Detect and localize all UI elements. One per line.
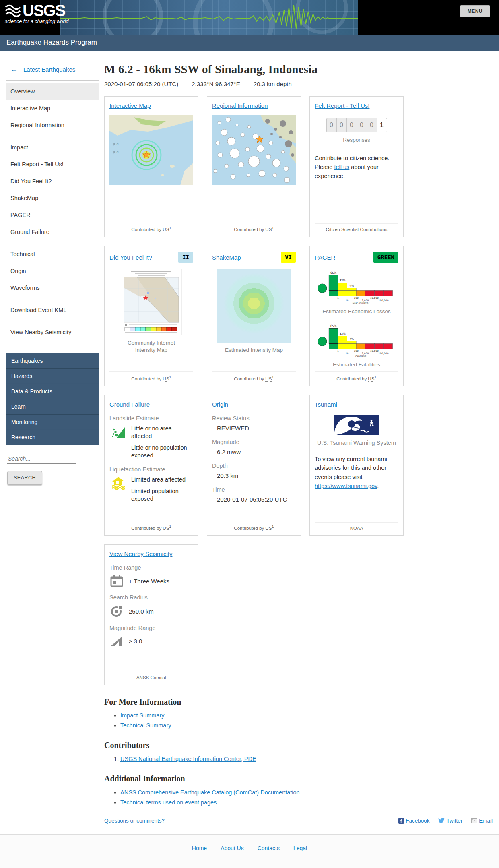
svg-text:100,000: 100,000 — [378, 352, 388, 355]
svg-text:10,000: 10,000 — [370, 296, 379, 299]
responses-label: Responses — [315, 136, 398, 144]
dyfi-link[interactable]: Did You Feel It? — [109, 254, 152, 261]
contributor-link[interactable]: US — [163, 376, 169, 382]
footer-about-link[interactable]: About Us — [221, 845, 244, 851]
back-to-latest-earthquakes[interactable]: ← Latest Earthquakes — [6, 63, 99, 80]
search-input[interactable] — [7, 454, 76, 464]
time-value: 2020-01-07 06:05:20 UTC — [212, 496, 296, 503]
sidebar-item-impact[interactable]: Impact — [6, 139, 99, 156]
program-title: Earthquake Hazards Program — [6, 39, 97, 47]
email-link[interactable]: Email — [471, 818, 493, 824]
sidebar-item-interactive-map[interactable]: Interactive Map — [6, 100, 99, 117]
svg-text:4%: 4% — [349, 284, 354, 287]
contributed-text: Contributed by — [336, 376, 367, 381]
regional-information-link[interactable]: Regional Information — [212, 102, 268, 109]
sitenav-monitoring[interactable]: Monitoring — [6, 414, 99, 430]
usgs-logo[interactable]: USGS science for a changing world — [5, 3, 68, 24]
svg-text:10: 10 — [346, 299, 349, 302]
sidebar-item-origin[interactable]: Origin — [6, 262, 99, 279]
interactive-map-link[interactable]: Interactive Map — [109, 102, 151, 109]
contributed-text: Contributed by — [131, 227, 161, 232]
seismograph-banner — [60, 0, 358, 35]
card-footer: Contributed by US1 — [109, 371, 193, 383]
sitenav-learn[interactable]: Learn — [6, 399, 99, 414]
footer-home-link[interactable]: Home — [192, 845, 207, 851]
pager-link[interactable]: PAGER — [315, 254, 335, 261]
technical-terms-link[interactable]: Technical terms used on event pages — [120, 799, 217, 806]
contributor-link[interactable]: US — [265, 227, 272, 232]
magnitude-label: Magnitude — [212, 439, 296, 445]
view-nearby-seismicity-link[interactable]: View Nearby Seismicity — [109, 550, 172, 557]
menu-button[interactable]: MENU — [460, 5, 490, 17]
sitenav-research[interactable]: Research — [6, 430, 99, 445]
sidebar-item-waveforms[interactable]: Waveforms — [6, 279, 99, 296]
sidebar-item-download-event-kml[interactable]: Download Event KML — [6, 302, 99, 318]
noaa-label: NOAA — [350, 526, 363, 531]
time-range-label: Time Range — [109, 564, 193, 571]
contributor-link[interactable]: US — [163, 526, 169, 531]
tsunami-body: To view any current tsunami advisories f… — [315, 455, 398, 491]
svg-text:Fatalities: Fatalities — [355, 355, 367, 358]
list-item: Technical terms used on event pages — [120, 799, 493, 806]
contributor-footnote: 1 — [169, 524, 171, 529]
time-label: Time — [212, 486, 296, 493]
contributed-text: Contributed by — [131, 376, 161, 381]
questions-comments-link[interactable]: Questions or comments? — [104, 818, 165, 824]
origin-link[interactable]: Origin — [212, 401, 228, 408]
responses-counter: 0 0 0 0 0 1 — [315, 118, 398, 132]
regional-map-thumbnail[interactable] — [212, 115, 296, 185]
facebook-link[interactable]: Facebook — [398, 818, 429, 824]
ground-failure-link[interactable]: Ground Failure — [109, 401, 150, 408]
search-button[interactable]: SEARCH — [7, 471, 42, 485]
footer-legal-link[interactable]: Legal — [293, 845, 307, 851]
dyfi-map-thumbnail[interactable] — [121, 269, 182, 335]
contributors-list: USGS National Earthquake Information Cen… — [120, 756, 493, 762]
card-footer: Contributed by US1 — [212, 521, 296, 532]
back-link-label: Latest Earthquakes — [23, 66, 75, 73]
svg-text:a n: a n — [113, 150, 118, 154]
sidebar-item-pager[interactable]: PAGER — [6, 207, 99, 223]
neic-pde-link[interactable]: USGS National Earthquake Information Cen… — [120, 756, 256, 762]
contributor-link[interactable]: US — [163, 227, 169, 232]
svg-text:32%: 32% — [340, 332, 346, 335]
footer-contacts-link[interactable]: Contacts — [258, 845, 280, 851]
tsunami-link[interactable]: Tsunami — [315, 401, 337, 408]
shakemap-thumbnail[interactable] — [217, 269, 291, 343]
twitter-link[interactable]: Twitter — [438, 818, 462, 824]
svg-text:100,000: 100,000 — [378, 299, 388, 302]
comcat-documentation-link[interactable]: ANSS Comprehensive Earthquake Catalog (C… — [120, 789, 300, 796]
card-pager: PAGER GREEN — [309, 246, 404, 386]
contributed-text: Contributed by — [234, 227, 264, 232]
contributor-link[interactable]: US — [265, 376, 272, 382]
contributor-link[interactable]: US — [368, 376, 374, 382]
interactive-map-thumbnail[interactable]: a n a n — [109, 115, 193, 185]
tsunami-gov-link[interactable]: https://www.tsunami.gov — [315, 483, 377, 489]
impact-summary-link[interactable]: Impact Summary — [120, 712, 165, 719]
sitenav-data-products[interactable]: Data & Products — [6, 384, 99, 399]
card-shakemap: ShakeMap VI Estimated Intensity Map Cont… — [207, 246, 301, 386]
sidebar-item-ground-failure[interactable]: Ground Failure — [6, 223, 99, 240]
shakemap-link[interactable]: ShakeMap — [212, 254, 241, 261]
contributor-link[interactable]: US — [265, 526, 272, 531]
citizen-scientist-label: Citizen Scientist Contributions — [326, 227, 388, 232]
sitenav-earthquakes[interactable]: Earthquakes — [6, 353, 99, 368]
more-info-heading: For More Information — [104, 697, 493, 707]
page-title: M 6.2 - 16km SSW of Sinabang, Indonesia — [104, 63, 493, 76]
event-nav: Overview Interactive Map Regional Inform… — [6, 80, 99, 343]
felt-report-link[interactable]: Felt Report - Tell Us! — [315, 102, 369, 109]
sidebar-item-regional-information[interactable]: Regional Information — [6, 117, 99, 134]
sidebar-item-shakemap[interactable]: ShakeMap — [6, 190, 99, 207]
sidebar-item-technical[interactable]: Technical — [6, 246, 99, 262]
svg-text:a n: a n — [113, 142, 118, 146]
tell-us-link[interactable]: tell us — [334, 164, 349, 170]
sidebar-item-overview[interactable]: Overview — [6, 83, 99, 100]
technical-summary-link[interactable]: Technical Summary — [120, 722, 171, 729]
depth-label: Depth — [212, 463, 296, 469]
sitenav-hazards[interactable]: Hazards — [6, 368, 99, 384]
anss-comcat-label: ANSS Comcat — [136, 675, 166, 680]
sidebar-item-view-nearby-seismicity[interactable]: View Nearby Seismicity — [6, 324, 99, 341]
sidebar-item-did-you-feel-it[interactable]: Did You Feel It? — [6, 173, 99, 190]
sidebar-item-felt-report[interactable]: Felt Report - Tell Us! — [6, 156, 99, 173]
counter-digit: 0 — [367, 118, 377, 132]
counter-digit: 0 — [336, 118, 347, 132]
